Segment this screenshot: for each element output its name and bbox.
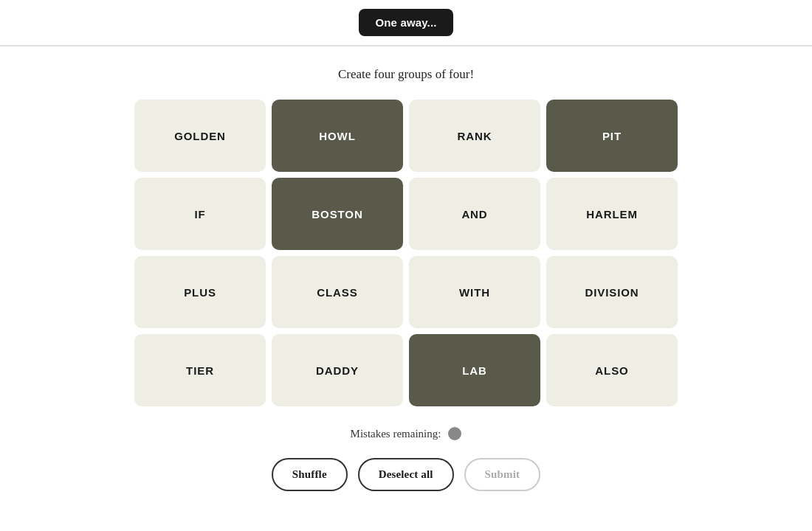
tile-plus[interactable]: PLUS — [134, 256, 266, 328]
tile-rank[interactable]: RANK — [409, 100, 540, 172]
tile-golden[interactable]: GOLDEN — [134, 100, 266, 172]
mistake-dot — [448, 427, 461, 440]
tile-division[interactable]: DIVISION — [546, 256, 678, 328]
tile-with[interactable]: WITH — [409, 256, 540, 328]
mistakes-label: Mistakes remaining: — [351, 428, 441, 440]
shuffle-button[interactable]: Shuffle — [272, 458, 348, 491]
tile-class[interactable]: CLASS — [272, 256, 403, 328]
top-bar: One away... — [0, 0, 812, 46]
word-grid: GOLDENHOWLRANKPITIFBOSTONANDHARLEMPLUSCL… — [134, 100, 678, 406]
tile-boston[interactable]: BOSTON — [272, 178, 403, 250]
tile-pit[interactable]: PIT — [546, 100, 678, 172]
toast-message: One away... — [359, 9, 453, 36]
action-buttons-row: Shuffle Deselect all Submit — [272, 458, 540, 491]
deselect-all-button[interactable]: Deselect all — [358, 458, 454, 491]
tile-howl[interactable]: HOWL — [272, 100, 403, 172]
submit-button[interactable]: Submit — [464, 458, 541, 491]
tile-if[interactable]: IF — [134, 178, 266, 250]
tile-harlem[interactable]: HARLEM — [546, 178, 678, 250]
tile-and[interactable]: AND — [409, 178, 540, 250]
tile-tier[interactable]: TIER — [134, 334, 266, 406]
main-content: Create four groups of four! GOLDENHOWLRA… — [0, 46, 812, 491]
tile-daddy[interactable]: DADDY — [272, 334, 403, 406]
instructions-text: Create four groups of four! — [338, 67, 474, 82]
tile-lab[interactable]: LAB — [409, 334, 540, 406]
mistakes-remaining-row: Mistakes remaining: — [351, 427, 462, 440]
tile-also[interactable]: ALSO — [546, 334, 678, 406]
